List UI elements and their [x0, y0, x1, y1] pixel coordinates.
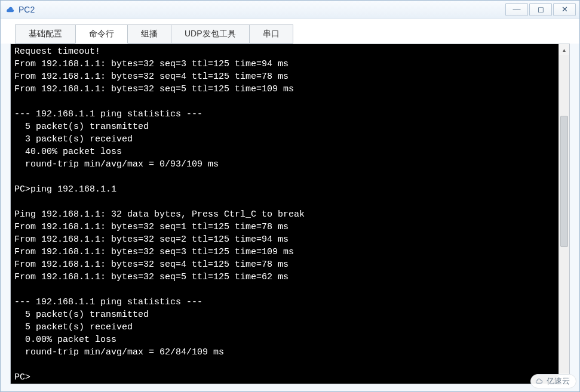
tab-udp-tool[interactable]: UDP发包工具	[171, 24, 250, 44]
window-title: PC2	[19, 5, 504, 14]
app-window: PC2 — ◻ ✕ 基础配置 命令行 组播 UDP发包工具 串口 Request…	[0, 0, 580, 392]
tab-command-line[interactable]: 命令行	[75, 24, 128, 44]
minimize-button[interactable]: —	[505, 3, 528, 16]
tab-multicast[interactable]: 组播	[127, 24, 171, 44]
scroll-up-arrow-icon[interactable]: ▴	[559, 44, 569, 55]
terminal-output[interactable]: Request timeout! From 192.168.1.1: bytes…	[11, 44, 558, 384]
tab-basic-config[interactable]: 基础配置	[15, 24, 76, 44]
terminal-panel: Request timeout! From 192.168.1.1: bytes…	[10, 44, 570, 384]
tab-serial[interactable]: 串口	[249, 24, 293, 44]
maximize-button[interactable]: ◻	[529, 3, 552, 16]
watermark-text: 亿速云	[547, 376, 570, 387]
scroll-thumb[interactable]	[560, 116, 568, 247]
close-button[interactable]: ✕	[553, 3, 576, 16]
titlebar: PC2 — ◻ ✕	[1, 1, 579, 18]
window-controls: — ◻ ✕	[504, 3, 576, 16]
cloud-icon	[535, 376, 544, 386]
scrollbar[interactable]: ▴ ▾	[558, 44, 569, 384]
tabbar: 基础配置 命令行 组播 UDP发包工具 串口	[1, 18, 579, 44]
watermark-badge: 亿速云	[530, 374, 576, 388]
app-icon	[4, 4, 15, 15]
